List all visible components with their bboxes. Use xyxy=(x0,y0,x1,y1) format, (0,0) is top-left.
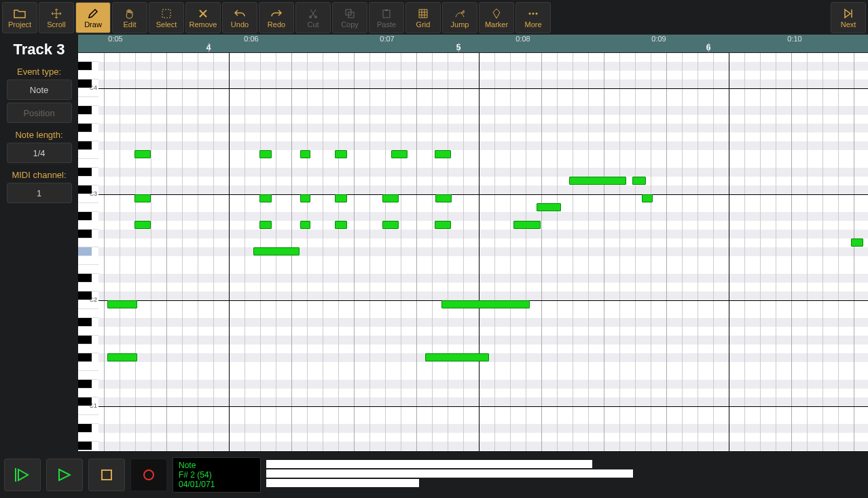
event-type-position-btn[interactable]: Position xyxy=(7,103,72,123)
piano-key[interactable] xyxy=(78,150,98,159)
piano-key[interactable] xyxy=(78,371,98,380)
midi-note[interactable] xyxy=(435,194,452,202)
record-button[interactable] xyxy=(130,459,167,491)
tool-cut[interactable]: Cut xyxy=(295,2,331,33)
piano-key[interactable] xyxy=(78,106,92,115)
midi-note[interactable] xyxy=(382,221,399,229)
midi-note[interactable] xyxy=(300,221,310,229)
note-grid[interactable] xyxy=(98,53,868,451)
status-info: Note F# 2 (54) 04/01/071 xyxy=(173,457,261,493)
stop-button[interactable] xyxy=(88,459,125,491)
tool-draw[interactable]: Draw xyxy=(75,2,111,33)
piano-keys[interactable]: C4C3C2C1 xyxy=(78,53,98,451)
tool-marker[interactable]: Marker xyxy=(479,2,514,33)
piano-key[interactable] xyxy=(78,291,92,300)
midi-note[interactable] xyxy=(335,194,347,202)
midi-note[interactable] xyxy=(425,353,489,361)
tool-more[interactable]: More xyxy=(516,2,551,33)
piano-key[interactable] xyxy=(78,212,92,221)
midi-note[interactable] xyxy=(259,150,272,158)
note-length-value[interactable]: 1/4 xyxy=(7,143,72,163)
midi-note[interactable] xyxy=(259,221,272,229)
piano-key[interactable] xyxy=(78,79,92,88)
piano-key[interactable] xyxy=(78,221,98,230)
midi-note[interactable] xyxy=(300,150,310,158)
midi-note[interactable] xyxy=(134,194,151,202)
piano-key[interactable] xyxy=(78,353,92,362)
piano-key[interactable] xyxy=(78,415,98,424)
piano-key[interactable] xyxy=(78,168,92,177)
piano-key[interactable] xyxy=(78,424,92,433)
piano-key[interactable] xyxy=(78,230,92,238)
time-ruler[interactable]: 0:050:060:070:080:090:10456 xyxy=(78,34,868,53)
midi-note[interactable] xyxy=(441,300,530,308)
piano-key[interactable] xyxy=(78,247,92,256)
piano-key[interactable] xyxy=(78,177,98,185)
midi-channel-value[interactable]: 1 xyxy=(7,183,72,203)
midi-note[interactable] xyxy=(335,150,347,158)
midi-note[interactable] xyxy=(259,194,272,202)
midi-note[interactable] xyxy=(382,194,399,202)
overview-bars[interactable] xyxy=(266,457,864,493)
tool-redo[interactable]: Redo xyxy=(259,2,294,33)
piano-key[interactable] xyxy=(78,185,92,194)
tool-remove[interactable]: Remove xyxy=(185,2,221,33)
piano-roll[interactable]: 0:050:060:070:080:090:10456 C4C3C2C1 xyxy=(78,34,868,451)
piano-key[interactable] xyxy=(78,62,92,71)
piano-key[interactable] xyxy=(78,433,98,442)
tool-edit[interactable]: Edit xyxy=(112,2,147,33)
piano-key[interactable] xyxy=(78,327,98,336)
piano-key[interactable] xyxy=(78,238,98,247)
midi-note[interactable] xyxy=(435,221,451,229)
midi-note[interactable] xyxy=(513,221,541,229)
piano-key[interactable] xyxy=(78,256,98,265)
piano-key[interactable] xyxy=(78,397,92,406)
midi-note[interactable] xyxy=(435,150,451,158)
midi-note[interactable] xyxy=(851,238,863,247)
midi-note[interactable] xyxy=(134,150,151,158)
piano-key[interactable] xyxy=(78,124,92,132)
tool-scroll[interactable]: Scroll xyxy=(39,2,74,33)
piano-key[interactable] xyxy=(78,203,98,212)
play-start-button[interactable] xyxy=(4,459,41,491)
piano-key[interactable] xyxy=(78,336,92,344)
piano-key[interactable] xyxy=(78,344,98,353)
midi-note[interactable] xyxy=(391,150,408,158)
piano-key[interactable] xyxy=(78,115,98,124)
piano-key[interactable] xyxy=(78,265,98,274)
piano-key[interactable] xyxy=(78,283,98,291)
piano-key[interactable] xyxy=(78,442,92,450)
tool-paste[interactable]: Paste xyxy=(369,2,404,33)
event-type-note-btn[interactable]: Note xyxy=(7,79,72,100)
midi-note[interactable] xyxy=(642,194,653,202)
next-button[interactable]: Next xyxy=(831,2,866,33)
midi-note[interactable] xyxy=(537,203,561,211)
tool-select[interactable]: Select xyxy=(149,2,184,33)
tool-jump[interactable]: Jump xyxy=(442,2,477,33)
piano-key[interactable] xyxy=(78,53,98,62)
piano-key[interactable] xyxy=(78,141,92,150)
play-button[interactable] xyxy=(46,459,83,491)
tool-undo[interactable]: Undo xyxy=(222,2,257,33)
piano-key[interactable] xyxy=(78,380,92,389)
piano-key[interactable] xyxy=(78,318,92,327)
midi-note[interactable] xyxy=(569,177,626,185)
piano-key[interactable] xyxy=(78,389,98,397)
piano-key[interactable] xyxy=(78,71,98,79)
piano-key[interactable] xyxy=(78,97,98,106)
midi-note[interactable] xyxy=(300,194,310,202)
midi-note[interactable] xyxy=(134,221,151,229)
tool-copy[interactable]: Copy xyxy=(332,2,367,33)
midi-note[interactable] xyxy=(632,177,646,185)
midi-note[interactable] xyxy=(335,221,347,229)
piano-key[interactable] xyxy=(78,309,98,318)
midi-note[interactable] xyxy=(107,353,137,361)
midi-note[interactable] xyxy=(253,247,300,255)
piano-key[interactable] xyxy=(78,274,92,283)
piano-key[interactable] xyxy=(78,132,98,141)
tool-grid[interactable]: Grid xyxy=(405,2,441,33)
midi-note[interactable] xyxy=(107,300,137,308)
piano-key[interactable] xyxy=(78,159,98,168)
tool-project[interactable]: Project xyxy=(2,2,37,33)
piano-key[interactable] xyxy=(78,362,98,371)
